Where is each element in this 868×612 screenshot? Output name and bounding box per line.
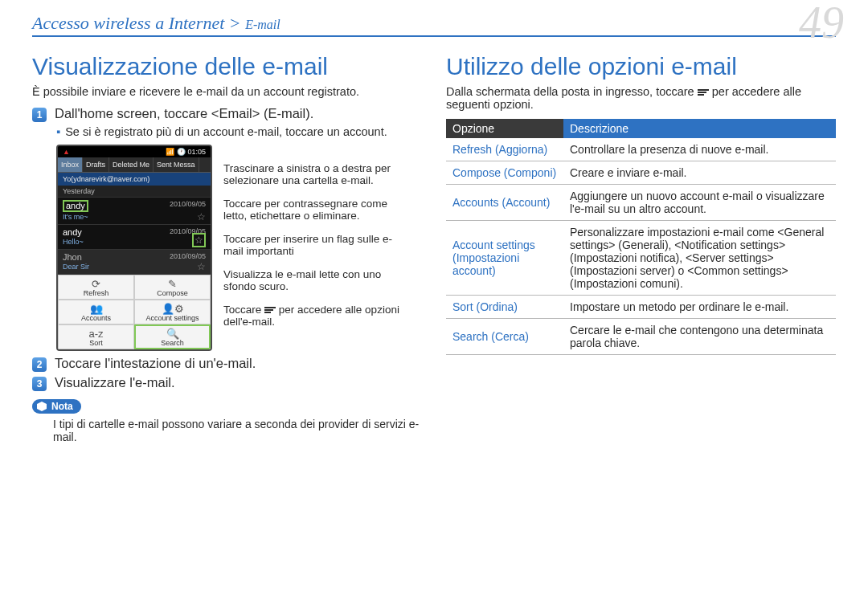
callout-1: Trascinare a sinistra o a destra per sel… <box>223 162 400 186</box>
breadcrumb-sub: E-mail <box>245 18 280 31</box>
th-option: Opzione <box>446 119 563 138</box>
table-row: Search (Cerca) Cercare le e-mail che con… <box>446 319 836 355</box>
step-3-text: Visualizzare l'e-mail. <box>55 375 175 390</box>
checkbox-highlight: andy <box>63 200 88 212</box>
signal-icon: 📶 <box>166 148 177 156</box>
cube-icon <box>37 402 47 411</box>
star-icon-highlight: ☆ <box>192 233 206 247</box>
note-text: I tipi di cartelle e-mail possono variar… <box>53 418 422 443</box>
left-column: Visualizzazione delle e-mail È possibile… <box>32 50 422 443</box>
page-number: 49 <box>799 0 844 48</box>
note-block: Nota I tipi di cartelle e-mail possono v… <box>32 399 422 443</box>
section-title-opts: Utilizzo delle opzioni e-mail <box>446 53 836 80</box>
phone-tab-deleted: Deleted Me <box>109 157 154 172</box>
step-2: 2 Toccare l'intestazione di un'e-mail. <box>32 356 422 372</box>
callouts: Trascinare a sinistra o a destra per sel… <box>223 145 400 328</box>
compose-icon: ✎ <box>135 279 210 289</box>
step-badge-1: 1 <box>32 108 47 122</box>
step-1-bullet: Se si è registrato più di un account e-m… <box>56 125 422 138</box>
clock-icon: 🕐 <box>177 148 188 156</box>
menu-sort: a-zSort <box>58 324 134 349</box>
table-row: Compose (Componi) Creare e inviare e-mai… <box>446 161 836 185</box>
phone-tab-inbox: Inbox <box>58 157 83 172</box>
phone-menu: ⟳Refresh ✎Compose 👥Accounts 👤⚙Account se… <box>58 275 211 349</box>
phone-mail-row-read: Jhon 2010/09/05 Dear Sir ☆ <box>58 250 211 275</box>
step-badge-3: 3 <box>32 377 47 391</box>
star-icon: ☆ <box>197 211 206 222</box>
menu-lines-icon <box>264 306 276 314</box>
phone-day: Yesterday <box>58 186 211 198</box>
table-row: Sort (Ordina) Impostare un metodo per or… <box>446 296 836 319</box>
th-desc: Descrizione <box>563 119 836 138</box>
options-table: Opzione Descrizione Refresh (Aggiorna) C… <box>446 119 836 355</box>
menu-accounts: 👥Accounts <box>58 300 134 324</box>
search-icon: 🔍 <box>135 328 210 339</box>
callout-3: Toccare per inserire un flag sulle e-mai… <box>223 233 400 257</box>
step-badge-2: 2 <box>32 357 47 372</box>
header-rule <box>32 35 836 37</box>
sort-icon: a-z <box>59 328 133 339</box>
section-title-view: Visualizzazione delle e-mail <box>32 53 422 80</box>
menu-lines-icon <box>698 88 709 96</box>
accounts-icon: 👥 <box>59 304 133 314</box>
phone-account: Yo(ydnarevirk@naver.com) <box>58 173 211 186</box>
phone-mail-row: andy 2010/09/05 It's me~ ☆ <box>58 198 211 225</box>
star-icon: ☆ <box>197 261 206 272</box>
phone-mail-row: andy 2010/09/05 Hello~ ☆ <box>58 225 211 250</box>
figure-block: ▲ 📶 🕐 01:05 Inbox Drafts Deleted Me Sent… <box>56 145 422 351</box>
table-row: Refresh (Aggiorna) Controllare la presen… <box>446 138 836 161</box>
intro-opts: Dalla schermata della posta in ingresso,… <box>446 85 836 111</box>
callout-2: Toccare per contrassegnare come letto, e… <box>223 198 400 222</box>
warning-icon: ▲ <box>63 148 70 156</box>
breadcrumb: Accesso wireless a Internet > E-mail <box>32 8 836 34</box>
intro-view: È possibile inviare e ricevere le e-mail… <box>32 85 422 98</box>
table-row: Account settings (Impostazioni account) … <box>446 221 836 296</box>
menu-refresh: ⟳Refresh <box>58 275 134 300</box>
refresh-icon: ⟳ <box>59 279 133 289</box>
callout-4: Visualizza le e-mail lette con uno sfond… <box>223 268 400 292</box>
note-label: Nota <box>51 401 73 412</box>
step-2-text: Toccare l'intestazione di un'e-mail. <box>55 356 256 371</box>
step-3: 3 Visualizzare l'e-mail. <box>32 375 422 391</box>
breadcrumb-main: Accesso wireless a Internet > <box>32 13 241 33</box>
callout-5: Toccare per accedere alle opzioni dell'e… <box>223 304 400 328</box>
settings-icon: 👤⚙ <box>135 304 210 314</box>
menu-compose: ✎Compose <box>134 275 211 300</box>
phone-tabs: Inbox Drafts Deleted Me Sent Messa <box>58 157 211 173</box>
phone-status-bar: ▲ 📶 🕐 01:05 <box>58 146 211 157</box>
table-row: Accounts (Account) Aggiungere un nuovo a… <box>446 185 836 221</box>
menu-settings: 👤⚙Account settings <box>134 300 211 324</box>
phone-mock: ▲ 📶 🕐 01:05 Inbox Drafts Deleted Me Sent… <box>56 145 212 351</box>
note-badge: Nota <box>32 399 81 414</box>
step-1-text: Dall'home screen, toccare <Email> (E-mai… <box>55 106 313 121</box>
right-column: Utilizzo delle opzioni e-mail Dalla sche… <box>446 50 836 443</box>
header-bar: Accesso wireless a Internet > E-mail 49 <box>32 8 836 43</box>
phone-tab-sent: Sent Messa <box>154 157 199 172</box>
phone-time: 01:05 <box>187 148 206 156</box>
phone-tab-drafts: Drafts <box>83 157 109 172</box>
menu-search-highlight: 🔍Search <box>134 324 211 349</box>
svg-marker-0 <box>37 402 47 411</box>
step-1: 1 Dall'home screen, toccare <Email> (E-m… <box>32 106 422 122</box>
